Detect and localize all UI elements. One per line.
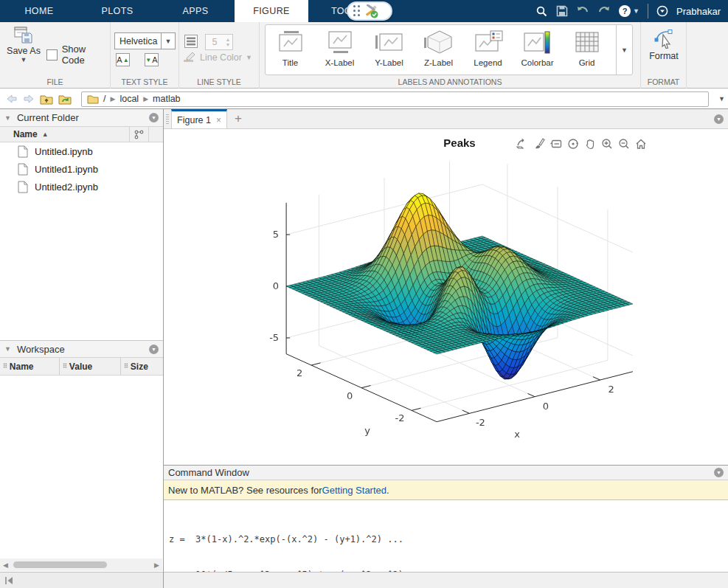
peaks-surface-plot[interactable] [164,129,728,465]
show-code-checkbox[interactable] [46,49,58,60]
tab-home[interactable]: HOME [0,0,78,22]
gallery-item-legend[interactable]: Legend [463,25,513,75]
datatip-icon[interactable] [549,137,564,151]
command-window-output[interactable]: z = 3*(1-x).^2.*exp(-(x.^2) - (y+1).^2) … [164,500,728,572]
browse-folder-icon[interactable] [58,94,72,105]
back-icon[interactable] [6,94,18,104]
grip-icon: ⠿ [63,363,66,370]
brush-icon[interactable] [532,137,547,151]
font-family-value[interactable]: Helvetica [114,32,162,49]
left-sidebar: ▼ Current Folder ▼ Name▲ Untitled.ipynb … [0,109,164,588]
rotate-3d-icon[interactable] [566,137,580,151]
line-style-icon[interactable] [184,35,198,48]
tab-figure[interactable]: FIGURE [235,0,308,22]
help-icon[interactable]: ? [619,5,631,17]
workspace-header[interactable]: ▼ Workspace ▼ [0,340,163,358]
drag-handle-icon[interactable] [353,5,361,17]
breadcrumb-local[interactable]: local [119,94,139,104]
path-field[interactable]: / ▶ local ▶ matlab [81,91,709,107]
collapse-panel-icon[interactable] [4,576,14,585]
source-control-column[interactable] [129,127,148,142]
file-row[interactable]: Untitled1.ipynb [0,160,163,178]
address-dropdown-icon[interactable]: ▼ [715,95,728,103]
line-color-icon [183,52,196,63]
ribbon-section-line-style: 5 ▲▼ Line Color ▼ LINE STYLE [179,22,260,89]
font-family-caret-icon[interactable]: ▼ [162,32,176,49]
code-line: z = 3*(1-x).^2.*exp(-(x.^2) - (y+1).^2) … [169,533,728,545]
workspace-column-name[interactable]: ⠿Name [0,358,60,375]
gallery-item-y-label[interactable]: Y-Label [364,25,414,75]
home-icon[interactable] [634,137,648,151]
zoom-out-icon[interactable] [617,137,631,151]
pan-icon[interactable] [583,137,597,151]
current-folder-header[interactable]: ▼ Current Folder ▼ [0,109,163,127]
gallery-expand-caret-icon[interactable]: ▼ [616,25,632,75]
undo-icon[interactable] [576,6,589,17]
scrollbar-thumb[interactable] [13,561,107,568]
collapse-triangle-icon[interactable]: ▼ [4,345,11,353]
font-family-select[interactable]: Helvetica ▼ [114,32,176,49]
scroll-left-icon[interactable]: ◀ [0,561,11,569]
redo-icon[interactable] [597,6,611,17]
workspace-columns: ⠿Name ⠿Value ⠿Size [0,358,163,376]
gallery-item-colorbar[interactable]: Colorbar [513,25,562,75]
line-width-spinner[interactable]: 5 ▲▼ [205,34,233,50]
close-tab-icon[interactable]: × [216,115,221,125]
export-icon[interactable] [515,137,530,151]
tab-plots[interactable]: PLOTS [78,0,156,22]
line-color-caret-icon: ▼ [246,54,252,61]
gallery-item-grid[interactable]: Grid [562,25,611,75]
breadcrumb-matlab[interactable]: matlab [153,94,181,104]
file-icon [18,163,28,176]
tools-check-icon[interactable] [364,4,378,18]
gallery-item-z-label[interactable]: Z-Label [414,25,463,75]
command-window-header[interactable]: Command Window ▼ [164,465,728,480]
save-icon[interactable] [556,5,568,17]
panel-menu-icon[interactable]: ▼ [149,113,159,122]
format-button[interactable]: Format [649,28,679,61]
section-label-line-style: LINE STYLE [179,77,259,86]
grip-icon: ⠿ [3,363,7,370]
show-code-toggle[interactable]: Show Code [46,44,110,66]
file-row[interactable]: Untitled.ipynb [0,142,163,160]
ribbon-section-text-style: Helvetica ▼ A▲ ▼A TEXT STYLE [111,22,179,89]
decrease-font-button[interactable]: ▼A [145,53,159,66]
floating-tools-widget[interactable] [347,1,392,21]
collapse-triangle-icon[interactable]: ▼ [4,114,11,122]
tab-apps[interactable]: APPS [156,0,235,22]
line-color-button[interactable]: Line Color ▼ [183,52,252,63]
getting-started-link[interactable]: Getting Started [322,485,386,496]
workspace-column-value[interactable]: ⠿Value [60,358,121,375]
topnav-separator [648,4,648,18]
breadcrumb-root[interactable]: / [103,94,105,104]
workspace-column-size[interactable]: ⠿Size [121,358,163,375]
column-name[interactable]: Name▲ [0,129,129,139]
save-as-caret-icon: ▼ [6,56,41,63]
horizontal-scrollbar[interactable]: ◀ ▶ [0,558,162,571]
gallery-item-x-label[interactable]: X-Label [315,25,364,75]
panel-menu-icon[interactable]: ▼ [149,345,159,354]
save-as-button[interactable]: Save As ▼ [6,27,41,63]
tabstrip-grip-icon[interactable] [164,109,171,128]
profile-menu-icon[interactable] [656,5,668,17]
up-folder-icon[interactable] [40,94,53,105]
command-window-title: Command Window [168,467,714,478]
scroll-right-icon[interactable]: ▶ [151,561,162,569]
help-caret-icon[interactable]: ▼ [633,7,639,15]
chevron-icon: ▶ [110,95,115,103]
plot-title: Peaks [443,136,475,149]
line-width-arrows-icon[interactable]: ▲▼ [223,37,232,47]
search-icon[interactable] [535,5,548,18]
zoom-in-icon[interactable] [600,137,614,151]
figure-1-tab[interactable]: Figure 1 × [171,109,227,128]
increase-font-button[interactable]: A▲ [116,53,130,66]
gallery-item-title[interactable]: Title [266,25,315,75]
file-row[interactable]: Untitled2.ipynb [0,178,163,196]
panel-menu-icon[interactable]: ▼ [714,114,724,124]
username[interactable]: Prabhakar [676,6,721,17]
format-icon [654,28,674,49]
figure-canvas-area: Peaks [164,129,728,465]
new-tab-button[interactable]: + [227,109,249,128]
forward-icon[interactable] [23,94,35,104]
panel-menu-icon[interactable]: ▼ [714,468,724,477]
